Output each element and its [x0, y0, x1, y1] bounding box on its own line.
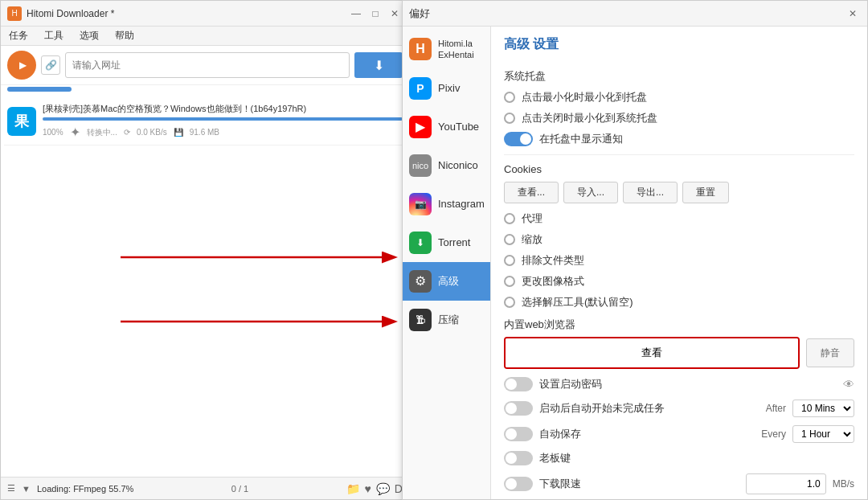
download-item-icon: 果 — [7, 107, 36, 136]
sidebar-item-youtube[interactable]: ▶ YouTube — [403, 108, 490, 146]
download-item-info: [果核剥壳]羡慕Mac的空格预览？Windows也能做到！(1b64y197hR… — [43, 103, 403, 140]
download-item-title: [果核剥壳]羡慕Mac的空格预览？Windows也能做到！(1b64y197hR… — [43, 103, 403, 115]
url-input[interactable] — [65, 52, 350, 78]
zoom-radio[interactable] — [504, 234, 515, 245]
change-image-radio[interactable] — [504, 276, 515, 287]
niconico-icon: nico — [409, 154, 432, 177]
menu-bar: 任务 工具 选项 帮助 — [1, 27, 409, 46]
sidebar-label-advanced: 高级 — [438, 274, 459, 289]
page-count: 0 / 1 — [231, 484, 248, 494]
eye-icon[interactable]: 👁 — [843, 378, 854, 391]
auto-start-row: 启动后自动开始未完成任务 After 10 Mins 5 Mins 30 Min… — [504, 400, 854, 417]
speed-limit-toggle[interactable] — [504, 477, 533, 491]
chat-icon[interactable]: 💬 — [376, 482, 390, 495]
sidebar-label-instagram: Instagram — [438, 198, 485, 210]
proxy-row: 代理 — [504, 211, 854, 226]
progress-bar-fill — [43, 117, 403, 121]
boss-key-label: 老板键 — [539, 451, 854, 465]
speed-limit-input[interactable] — [746, 473, 826, 494]
status-text: Loading: FFmpeg 55.7% — [37, 484, 133, 494]
maximize-button[interactable]: □ — [367, 6, 383, 22]
download-button[interactable]: ⬇ — [354, 52, 403, 78]
tray-close-row: 点击关闭时最小化到系统托盘 — [504, 111, 854, 125]
title-bar: H Hitomi Downloader * — □ ✕ — [1, 1, 409, 27]
select-decoder-radio[interactable] — [504, 297, 515, 308]
cookies-reset-button[interactable]: 重置 — [682, 182, 729, 203]
auto-start-toggle[interactable] — [504, 401, 533, 416]
inner-browser-box: 查看 — [504, 337, 800, 369]
auto-start-after-label: After — [766, 403, 786, 414]
proxy-label: 代理 — [522, 211, 542, 226]
menu-help[interactable]: 帮助 — [112, 27, 137, 44]
sidebar-label-pixiv: Pixiv — [438, 82, 460, 94]
instagram-icon: 📷 — [409, 193, 432, 215]
tray-close-label: 点击关闭时最小化到系统托盘 — [522, 111, 657, 125]
inner-browser-label: 内置web浏览器 — [504, 318, 854, 332]
settings-sidebar: H Hitomi.laExHentai P Pixiv ▶ YouTube ni… — [403, 27, 491, 499]
cookies-buttons: 查看... 导入... 导出... 重置 — [504, 182, 854, 203]
cookies-view-button[interactable]: 查看... — [504, 182, 559, 203]
heart-icon[interactable]: ♥ — [365, 482, 371, 495]
mute-button[interactable]: 静音 — [806, 338, 854, 367]
tray-notify-toggle[interactable] — [504, 132, 533, 146]
settings-window: 偏好 ✕ H Hitomi.laExHentai P Pixiv ▶ YouTu… — [402, 0, 868, 500]
download-list: 果 [果核剥壳]羡慕Mac的空格预览？Windows也能做到！(1b64y197… — [1, 95, 409, 477]
menu-tools[interactable]: 工具 — [41, 27, 67, 44]
cookies-import-button[interactable]: 导入... — [563, 182, 618, 203]
bottom-filter-icon[interactable]: ▼ — [22, 484, 31, 494]
boss-key-toggle[interactable] — [504, 451, 533, 465]
sidebar-item-advanced[interactable]: ⚙ 高级 — [403, 262, 490, 301]
sidebar-label-niconico: Niconico — [438, 159, 478, 171]
folder-icon[interactable]: 📁 — [346, 482, 360, 495]
sidebar-item-niconico[interactable]: nico Niconico — [403, 146, 490, 185]
tray-minimize-radio[interactable] — [504, 92, 515, 103]
change-image-label: 更改图像格式 — [522, 274, 584, 289]
select-decoder-label: 选择解压工具(默认留空) — [522, 295, 633, 309]
exclude-types-row: 排除文件类型 — [504, 253, 854, 268]
auto-save-select[interactable]: 1 Hour 30 Mins 2 Hours — [792, 425, 854, 443]
panel-title: 高级 设置 — [504, 36, 854, 58]
bottom-bar: ☰ ▼ Loading: FFmpeg 55.7% 0 / 1 📁 ♥ 💬 D — [1, 477, 409, 499]
bottom-icons: 📁 ♥ 💬 D — [346, 482, 403, 495]
torrent-icon: ⬇ — [409, 232, 432, 254]
sidebar-item-torrent[interactable]: ⬇ Torrent — [403, 223, 490, 262]
settings-panel: 高级 设置 系统托盘 点击最小化时最小化到托盘 点击关闭时最小化到系统托盘 在托… — [491, 27, 867, 499]
app-window: H Hitomi Downloader * — □ ✕ 任务 工具 选项 帮助 … — [0, 0, 410, 500]
play-button[interactable] — [7, 51, 36, 80]
tray-close-radio[interactable] — [504, 113, 515, 124]
password-toggle[interactable] — [504, 377, 533, 391]
close-button[interactable]: ✕ — [387, 6, 403, 22]
settings-close-button[interactable]: ✕ — [845, 6, 861, 22]
download-item-meta: 100% ✦ 转换中... ⟳ 0.0 KB/s 💾 91.6 MB — [43, 125, 403, 140]
app-icon: H — [7, 6, 22, 21]
menu-tasks[interactable]: 任务 — [6, 27, 31, 44]
system-tray-label: 系统托盘 — [504, 69, 854, 84]
auto-start-label: 启动后自动开始未完成任务 — [539, 401, 760, 416]
sidebar-label-youtube: YouTube — [438, 121, 479, 133]
tray-notify-row: 在托盘中显示通知 — [504, 132, 854, 146]
auto-start-select[interactable]: 10 Mins 5 Mins 30 Mins — [792, 400, 854, 417]
menu-options[interactable]: 选项 — [76, 27, 102, 44]
auto-save-toggle[interactable] — [504, 427, 533, 441]
sidebar-label-compress: 压缩 — [438, 313, 459, 327]
sidebar-item-compress[interactable]: 🗜 压缩 — [403, 301, 490, 339]
inner-browser-button[interactable]: 查看 — [506, 338, 798, 367]
auto-save-label: 自动保存 — [539, 427, 755, 441]
sidebar-item-pixiv[interactable]: P Pixiv — [403, 69, 490, 108]
minimize-button[interactable]: — — [348, 6, 364, 22]
zoom-row: 缩放 — [504, 232, 854, 247]
sidebar-item-hitomi[interactable]: H Hitomi.laExHentai — [403, 30, 490, 69]
speed-label: 0.0 KB/s — [137, 128, 167, 137]
exclude-types-radio[interactable] — [504, 255, 515, 266]
link-icon[interactable]: 🔗 — [41, 55, 60, 75]
cookies-export-button[interactable]: 导出... — [623, 182, 678, 203]
proxy-radio[interactable] — [504, 213, 515, 224]
speed-limit-row: 下载限速 MB/s — [504, 473, 854, 494]
sidebar-item-instagram[interactable]: 📷 Instagram — [403, 185, 490, 223]
auto-save-row: 自动保存 Every 1 Hour 30 Mins 2 Hours — [504, 425, 854, 443]
inner-browser-section: 内置web浏览器 查看 静音 — [504, 318, 854, 369]
select-decoder-row: 选择解压工具(默认留空) — [504, 295, 854, 309]
password-row: 设置启动密码 👁 — [504, 377, 854, 391]
hitomi-icon: H — [409, 38, 432, 60]
bottom-list-icon[interactable]: ☰ — [7, 483, 15, 494]
